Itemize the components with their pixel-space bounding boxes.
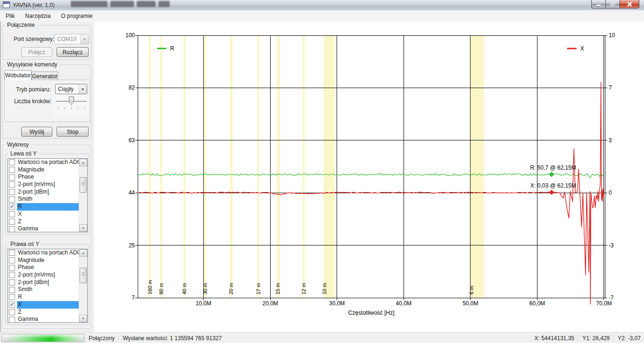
item-checkbox[interactable] — [9, 167, 15, 173]
list-item[interactable]: Magnitude — [8, 257, 87, 264]
chart-svg[interactable]: 160 m80 m40 m30 m20 m17 m15 m12 m10 m6 m… — [94, 22, 644, 332]
svg-text:7: 7 — [132, 294, 135, 301]
left-axis-group-title: Lewa oś Y — [8, 150, 39, 157]
list-item[interactable]: 2-port [dBm] — [8, 188, 87, 196]
left-axis-listbox[interactable]: Wartości na portach ADCMagnitudePhase2-p… — [8, 158, 88, 232]
tab-wobulator[interactable]: Wobulator — [4, 70, 32, 80]
list-item[interactable]: Smith — [8, 286, 87, 294]
list-item[interactable]: Magnitude — [8, 166, 87, 174]
list-item-label: Gamma — [17, 225, 87, 232]
background-window-fragment — [110, 1, 134, 7]
chevron-down-icon: ▼ — [78, 84, 87, 94]
svg-text:X: X — [580, 45, 584, 52]
scroll-up-button[interactable]: ▲ — [79, 159, 87, 166]
list-item[interactable]: Phase — [8, 173, 87, 181]
list-item-label: Z — [17, 309, 87, 316]
tab-generator[interactable]: Generator — [32, 72, 58, 80]
item-checkbox[interactable] — [9, 309, 15, 315]
list-item[interactable]: X — [8, 211, 87, 218]
item-checkbox[interactable] — [9, 265, 15, 271]
title-bar[interactable]: YAVNA (ver. 1.0) — [0, 0, 644, 11]
scroll-up-button[interactable]: ▲ — [79, 249, 87, 257]
slider-tick — [65, 107, 65, 109]
list-item[interactable]: Gamma — [8, 225, 87, 232]
item-checkbox[interactable]: ✓ — [9, 204, 15, 210]
item-checkbox[interactable] — [9, 272, 15, 278]
list-item[interactable]: Z — [8, 218, 87, 226]
item-checkbox[interactable] — [9, 211, 15, 217]
svg-text:15 m: 15 m — [275, 283, 281, 294]
status-y1: Y1: 26,429 — [581, 335, 611, 342]
right-axis-group: Prawa oś Y Wartości na portach ADCMagnit… — [5, 244, 89, 325]
list-item-label: 2-port [mVrms] — [17, 271, 87, 279]
menu-item-o-programie[interactable]: O programie — [56, 11, 97, 21]
tab-page: Tryb pomiaru: Ciągły ▼ Liczba kroków: — [4, 80, 90, 122]
charts-group-title: Wykresy — [5, 141, 31, 148]
stop-button[interactable]: Stop — [57, 127, 89, 137]
svg-text:R: R — [170, 45, 174, 52]
item-checkbox[interactable] — [9, 257, 15, 263]
scrollbar[interactable]: ▲▼ — [79, 159, 87, 232]
chart-legend: RX — [157, 45, 584, 52]
svg-text:82: 82 — [129, 84, 135, 91]
item-checkbox[interactable] — [9, 226, 15, 232]
chart[interactable]: 160 m80 m40 m30 m20 m17 m15 m12 m10 m6 m… — [94, 22, 644, 332]
minimize-button[interactable] — [591, 0, 605, 8]
background-window-fragment — [71, 1, 107, 7]
list-item[interactable]: 2-port [dBm] — [8, 279, 87, 286]
mode-label: Tryb pomiaru: — [16, 86, 51, 93]
svg-text:60,0M: 60,0M — [529, 300, 545, 307]
list-item[interactable]: 2-port [mVrms] — [8, 271, 87, 279]
list-item[interactable]: Wartości na portach ADC — [8, 249, 87, 257]
item-checkbox[interactable]: ✓ — [9, 302, 15, 308]
svg-text:-3: -3 — [609, 242, 614, 249]
list-item[interactable]: Phase — [8, 264, 87, 271]
disconnect-button[interactable]: Rozłącz — [57, 47, 89, 57]
slider-thumb[interactable] — [69, 97, 74, 106]
item-checkbox[interactable] — [9, 174, 15, 180]
item-checkbox[interactable] — [9, 279, 15, 286]
restore-button[interactable] — [605, 0, 619, 8]
item-checkbox[interactable] — [9, 250, 15, 256]
item-checkbox[interactable] — [9, 196, 15, 203]
app-icon — [3, 1, 10, 8]
scroll-down-button[interactable]: ▼ — [79, 315, 87, 322]
list-item[interactable]: Z — [8, 309, 87, 316]
list-item[interactable]: Gamma — [8, 316, 87, 323]
list-item-label: 2-port [dBm] — [17, 188, 87, 196]
item-checkbox[interactable] — [9, 181, 15, 188]
right-axis-listbox[interactable]: Wartości na portach ADCMagnitudePhase2-p… — [8, 249, 88, 323]
svg-text:X: 0,03 @ 62,15M: X: 0,03 @ 62,15M — [530, 182, 576, 189]
list-item-label: Phase — [17, 173, 87, 181]
item-checkbox[interactable] — [9, 159, 15, 165]
item-checkbox[interactable] — [9, 317, 15, 323]
list-item[interactable]: 2-port [mVrms] — [8, 181, 87, 188]
port-label: Port szeregowy: — [14, 36, 54, 42]
connect-button[interactable]: Połącz — [21, 47, 52, 57]
list-item[interactable]: R — [8, 294, 87, 301]
menu-item-narzedzia[interactable]: Narzędzia — [20, 11, 55, 21]
send-button[interactable]: Wyślij — [21, 127, 52, 137]
svg-text:80 m: 80 m — [158, 283, 164, 294]
separator — [613, 334, 614, 342]
menu-item-plik[interactable]: Plik — [1, 11, 19, 21]
scrollbar[interactable]: ▲▼ — [79, 249, 87, 322]
list-item[interactable]: ✓R — [8, 203, 87, 211]
list-item[interactable]: ✓X — [8, 301, 87, 309]
item-checkbox[interactable] — [9, 294, 15, 300]
item-checkbox[interactable] — [9, 189, 15, 195]
item-checkbox[interactable] — [9, 219, 15, 225]
steps-slider[interactable] — [53, 95, 89, 116]
scroll-thumb[interactable] — [80, 177, 87, 193]
port-combobox[interactable]: COM10 ▼ — [54, 34, 89, 44]
scroll-down-button[interactable]: ▼ — [79, 224, 87, 232]
scroll-thumb[interactable] — [80, 268, 87, 283]
list-item[interactable]: Wartości na portach ADC — [8, 159, 87, 166]
close-button[interactable] — [619, 0, 639, 8]
svg-text:40,0M: 40,0M — [396, 300, 412, 307]
svg-text:70,0M: 70,0M — [596, 300, 611, 307]
item-checkbox[interactable] — [9, 287, 15, 293]
list-item[interactable]: Smith — [8, 196, 87, 203]
mode-combobox[interactable]: Ciągły ▼ — [55, 84, 87, 94]
list-item-label: 2-port [mVrms] — [17, 181, 87, 188]
